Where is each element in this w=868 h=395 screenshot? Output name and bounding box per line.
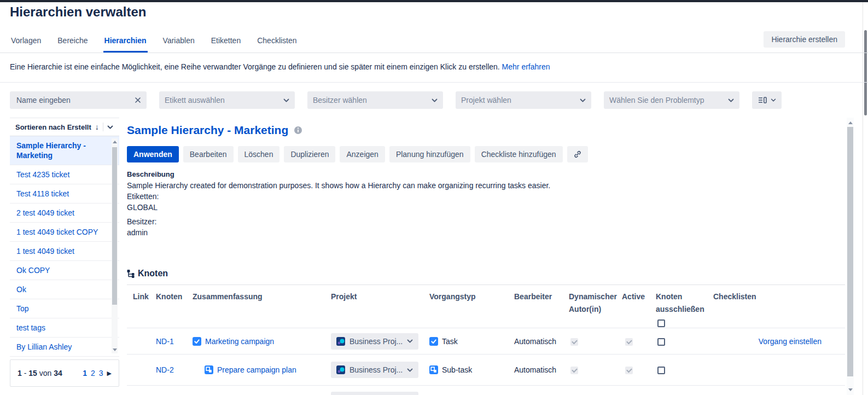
owner-value: admin [127, 227, 550, 238]
owner-label: Besitzer: [127, 216, 550, 227]
scroll-down-icon[interactable] [848, 388, 853, 391]
create-hierarchy-button[interactable]: Hierarchie erstellen [764, 31, 845, 48]
exclude-checkbox[interactable] [657, 338, 665, 346]
chevron-down-icon [771, 98, 776, 102]
node-key-link[interactable]: ND-2 [156, 365, 174, 374]
chevron-down-icon[interactable] [107, 125, 113, 129]
project-select[interactable]: Business Proj... [331, 333, 418, 350]
chevron-down-icon [432, 98, 438, 102]
issuetype-filter-value: Wählen Sie den Problemtyp [609, 96, 704, 104]
col-knoten: Knoten [156, 291, 193, 328]
active-cell [622, 336, 656, 345]
tab-checklisten[interactable]: Checklisten [256, 34, 298, 53]
chevron-down-icon [580, 98, 586, 102]
hierarchy-list-item[interactable]: Sample Hierarchy - Marketing [10, 136, 119, 165]
sidebar-scrollbar-thumb[interactable] [112, 147, 117, 305]
of-label: von [39, 369, 52, 377]
chevron-down-icon [728, 98, 734, 102]
browser-scrollbar[interactable] [863, 2, 868, 395]
hierarchy-list-item[interactable]: Test 4235 ticket [10, 165, 119, 184]
pagination-range: 1 - 15 von 34 [18, 369, 62, 377]
hierarchy-list-item[interactable]: By Lillian Ashley [10, 338, 119, 357]
duplicate-button[interactable]: Duplizieren [284, 146, 335, 162]
sort-control[interactable]: Sortieren nach Erstellt ↓ [10, 118, 119, 136]
issuetype-cell[interactable]: Task [429, 337, 514, 346]
tab-bereiche[interactable]: Bereiche [56, 34, 89, 53]
detail-scrollbar-thumb[interactable] [847, 127, 853, 376]
range-separator: - [24, 369, 27, 377]
project-select[interactable] [331, 392, 418, 395]
page-1-link[interactable]: 1 [83, 369, 87, 377]
summary-link[interactable]: Marketing campaign [205, 337, 274, 346]
node-key-cell: ND-1 [156, 337, 193, 346]
task-icon [429, 337, 438, 346]
show-button[interactable]: Anzeigen [340, 146, 385, 162]
sidebar-scrollbar[interactable] [112, 138, 118, 353]
project-select[interactable]: Business Proj... [331, 362, 418, 378]
dynamic-author-cell [569, 365, 622, 374]
add-checklist-button[interactable]: Checkliste hinzufügen [475, 146, 563, 162]
label-filter-select[interactable]: Etikett auswählen [159, 91, 295, 109]
issuetype-cell[interactable]: Sub-task [429, 365, 514, 374]
description-text: Sample Hierarchy created for demonstrati… [127, 180, 550, 191]
tab-variablen[interactable]: Variablen [162, 34, 196, 53]
browser-scrollbar-thumb[interactable] [864, 30, 867, 115]
copy-link-button[interactable] [567, 146, 588, 162]
col-checklisten: Checklisten [713, 291, 845, 328]
name-filter-input[interactable] [15, 95, 127, 105]
hierarchy-list-item[interactable]: Ok [10, 280, 119, 299]
tab-hierarchien[interactable]: Hierarchien [103, 34, 148, 53]
chevron-down-icon [407, 339, 413, 343]
page-3-link[interactable]: 3 [99, 369, 103, 377]
intro-text: Eine Hierarchie ist eine einfache Möglic… [10, 62, 550, 71]
hierarchy-list-item[interactable]: Ok COPY [10, 261, 119, 280]
node-key-link[interactable]: ND-1 [156, 337, 174, 346]
tab-etiketten[interactable]: Etiketten [210, 34, 242, 53]
scroll-up-icon[interactable] [113, 141, 117, 143]
name-filter[interactable] [10, 91, 147, 109]
active-checkbox [625, 367, 633, 374]
hierarchy-list-item[interactable]: 2 test 4049 ticket [10, 204, 119, 223]
hierarchy-list-item[interactable]: Top [10, 299, 119, 318]
summary-link[interactable]: Prepare campaign plan [217, 365, 296, 374]
hierarchy-detail-panel: Sample Hierarchy - Marketing Anwenden Be… [127, 118, 845, 395]
tabs-divider [0, 53, 868, 53]
hierarchy-list-item[interactable]: 1 test 4049 ticket COPY [10, 223, 119, 242]
total-count: 34 [54, 369, 62, 377]
edit-button[interactable]: Bearbeiten [183, 146, 234, 162]
intro-description: Eine Hierarchie ist eine einfache Möglic… [10, 62, 500, 71]
set-issue-link[interactable]: Vorgang einstellen [759, 337, 822, 346]
detail-panel-scrollbar[interactable] [847, 118, 854, 395]
info-icon[interactable] [294, 126, 302, 135]
hierarchy-list-item[interactable]: test tags [10, 318, 119, 338]
project-avatar [336, 337, 345, 346]
scroll-down-icon[interactable] [113, 348, 117, 351]
apply-button[interactable]: Anwenden [127, 146, 179, 162]
exclude-all-checkbox[interactable] [657, 320, 665, 327]
view-options-button[interactable] [752, 91, 782, 109]
page-2-link[interactable]: 2 [91, 369, 95, 377]
learn-more-link[interactable]: Mehr erfahren [502, 62, 550, 71]
sort-direction-icon[interactable]: ↓ [95, 123, 99, 131]
divider [103, 123, 103, 131]
scroll-up-icon[interactable] [848, 121, 853, 124]
issuetype-filter-select[interactable]: Wählen Sie den Problemtyp [604, 91, 739, 109]
subtask-icon [429, 365, 438, 374]
project-filter-select[interactable]: Projekt wählen [456, 91, 591, 109]
hierarchy-title: Sample Hierarchy - Marketing [127, 124, 288, 137]
hierarchy-list-item[interactable]: Test 4118 ticket [10, 184, 119, 204]
issuetype-label: Task [442, 337, 458, 346]
issuetype-label: Sub-task [442, 365, 472, 374]
delete-button[interactable]: Löschen [238, 146, 280, 162]
project-cell: Business Proj... [331, 333, 429, 350]
owner-filter-select[interactable]: Besitzer wählen [307, 91, 443, 109]
tab-vorlagen[interactable]: Vorlagen [10, 34, 42, 53]
next-page-icon[interactable]: ▶ [107, 370, 112, 377]
exclude-checkbox[interactable] [657, 367, 665, 374]
project-name: Business Proj... [349, 365, 403, 374]
node-key-cell: ND-2 [156, 365, 193, 374]
clear-icon[interactable] [135, 97, 141, 103]
add-planning-button[interactable]: Planung hinzufügen [389, 146, 470, 162]
table-row-partial [331, 392, 418, 395]
hierarchy-list-item[interactable]: 1 test 4049 ticket [10, 242, 119, 261]
